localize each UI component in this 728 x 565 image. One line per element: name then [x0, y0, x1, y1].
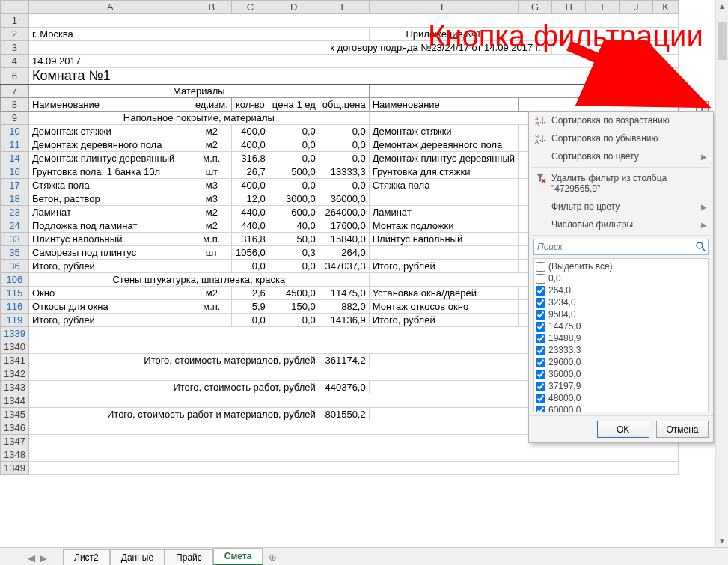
filter-item[interactable]: 264,0 — [536, 284, 706, 296]
sort-color-item[interactable]: Сортировка по цвету ▶ — [529, 147, 713, 165]
row-116[interactable]: 116 — [1, 300, 29, 314]
filter-search-input[interactable] — [533, 239, 709, 255]
col-F[interactable]: F — [369, 1, 518, 14]
col-name[interactable]: Наименование — [28, 98, 192, 112]
col-B[interactable]: B — [192, 1, 231, 14]
col-G[interactable]: G — [519, 1, 552, 14]
checkbox[interactable] — [536, 298, 545, 308]
add-sheet-button[interactable]: ⊕ — [263, 549, 281, 565]
row-24[interactable]: 24 — [1, 219, 29, 233]
room-title[interactable]: Комната №1 — [28, 68, 678, 85]
col-J[interactable]: J — [620, 1, 653, 14]
checkbox[interactable] — [536, 382, 545, 391]
filter-item[interactable]: 19488,9 — [536, 332, 706, 344]
col-name2[interactable]: Наименование — [369, 98, 518, 112]
city-cell[interactable]: г. Москва — [28, 28, 192, 41]
total2-label[interactable]: Итого, стоимость работ, рублей — [28, 381, 319, 394]
row-1342[interactable]: 1342 — [1, 367, 29, 381]
col-E[interactable]: E — [319, 1, 369, 14]
row-8[interactable]: 8 — [1, 98, 29, 112]
row-1349[interactable]: 1349 — [1, 462, 29, 475]
sort-asc-item[interactable]: АЯ Сортировка по возрастанию — [529, 112, 713, 129]
total3-label[interactable]: Итого, стоимость работ и материалов, руб… — [28, 408, 319, 421]
tab-nav-prev-icon[interactable]: ◀ — [25, 552, 37, 564]
scroll-down-icon[interactable]: ▼ — [716, 534, 728, 547]
filter-select-all[interactable]: (Выделить все) — [536, 260, 706, 272]
scroll-thumb[interactable] — [718, 22, 727, 60]
row-14[interactable]: 14 — [1, 152, 29, 165]
checkbox[interactable] — [536, 358, 545, 367]
row-1345[interactable]: 1345 — [1, 408, 29, 421]
row-36[interactable]: 36 — [1, 260, 29, 273]
section1[interactable]: Напольное покрытие, материалы — [28, 112, 369, 125]
filter-item[interactable]: 60000,0 — [536, 404, 706, 412]
col-qty[interactable]: кол-во — [231, 98, 269, 112]
checkbox[interactable] — [536, 310, 545, 320]
filter-item[interactable]: 3234,0 — [536, 296, 706, 308]
checkbox[interactable] — [536, 262, 545, 272]
filter-item[interactable]: 29600,0 — [536, 356, 706, 368]
checkbox[interactable] — [536, 286, 545, 296]
row-1340[interactable]: 1340 — [1, 340, 29, 354]
tab-list2[interactable]: Лист2 — [63, 549, 110, 565]
tab-data[interactable]: Данные — [110, 549, 165, 565]
row-2[interactable]: 2 — [1, 28, 29, 41]
col-K[interactable]: K — [653, 1, 679, 14]
total1-label[interactable]: Итого, стоимость материалов, рублей — [28, 354, 319, 367]
row-33[interactable]: 33 — [1, 233, 29, 246]
sort-desc-item[interactable]: ЯА Сортировка по убыванию — [529, 129, 713, 147]
row-10[interactable]: 10 — [1, 125, 29, 138]
row-23[interactable]: 23 — [1, 206, 29, 219]
total1-value[interactable]: 361174,2 — [319, 354, 369, 367]
row-1344[interactable]: 1344 — [1, 394, 29, 408]
filter-value-list[interactable]: (Выделить все) 0,0 264,0 3234,0 9504,0 1… — [533, 258, 709, 412]
row-1346[interactable]: 1346 — [1, 421, 29, 435]
col-A[interactable]: A — [28, 1, 192, 14]
checkbox[interactable] — [536, 406, 545, 413]
row-35[interactable]: 35 — [1, 246, 29, 260]
row-115[interactable]: 115 — [1, 287, 29, 300]
col-total[interactable]: общ.цена — [319, 98, 369, 112]
filter-item[interactable]: 37197,9 — [536, 380, 706, 392]
filter-item[interactable]: 36000,0 — [536, 368, 706, 380]
filter-color-item[interactable]: Фильтр по цвету ▶ — [529, 198, 713, 216]
row-119[interactable]: 119 — [1, 314, 29, 327]
materials-header[interactable]: Материалы — [28, 85, 369, 98]
row-7[interactable]: 7 — [1, 85, 29, 98]
filter-item[interactable]: 23333,3 — [536, 344, 706, 356]
checkbox[interactable] — [536, 346, 545, 355]
row-1347[interactable]: 1347 — [1, 435, 29, 448]
scroll-up-icon[interactable]: ▲ — [716, 0, 728, 13]
col-C[interactable]: C — [231, 1, 269, 14]
filter-item[interactable]: 9504,0 — [536, 308, 706, 320]
row-1341[interactable]: 1341 — [1, 354, 29, 367]
row-1348[interactable]: 1348 — [1, 448, 29, 462]
row-4[interactable]: 4 — [1, 55, 29, 68]
tab-price[interactable]: Прайс — [165, 549, 213, 565]
row-1339[interactable]: 1339 — [1, 327, 29, 340]
ok-button[interactable]: OK — [597, 421, 649, 438]
clear-filter-item[interactable]: Удалить фильтр из столбца "4729565,9" — [529, 169, 713, 198]
checkbox[interactable] — [536, 394, 545, 403]
tab-nav-next-icon[interactable]: ▶ — [37, 552, 49, 564]
total3-value[interactable]: 801550,2 — [319, 408, 369, 421]
checkbox[interactable] — [536, 370, 545, 379]
works-header[interactable]: Работ — [369, 85, 652, 98]
date-cell[interactable]: 14.09.2017 — [28, 55, 192, 68]
row-3[interactable]: 3 — [1, 41, 29, 55]
row-11[interactable]: 11 — [1, 138, 29, 152]
col-price[interactable]: цена 1 ед — [269, 98, 319, 112]
total2-value[interactable]: 440376,0 — [319, 381, 369, 394]
filter-item[interactable]: 48000,0 — [536, 392, 706, 404]
row-9[interactable]: 9 — [1, 112, 29, 125]
vertical-scrollbar[interactable]: ▲ ▼ — [715, 0, 728, 547]
row-16[interactable]: 16 — [1, 165, 29, 179]
row-1343[interactable]: 1343 — [1, 381, 29, 394]
row-6[interactable]: 6 — [1, 68, 29, 85]
tab-smeta[interactable]: Смета — [213, 548, 263, 565]
cancel-button[interactable]: Отмена — [656, 421, 709, 438]
checkbox[interactable] — [536, 322, 545, 332]
filter-item[interactable]: 0,0 — [536, 272, 706, 284]
checkbox[interactable] — [536, 274, 545, 284]
number-filters-item[interactable]: Числовые фильтры ▶ — [529, 216, 713, 233]
